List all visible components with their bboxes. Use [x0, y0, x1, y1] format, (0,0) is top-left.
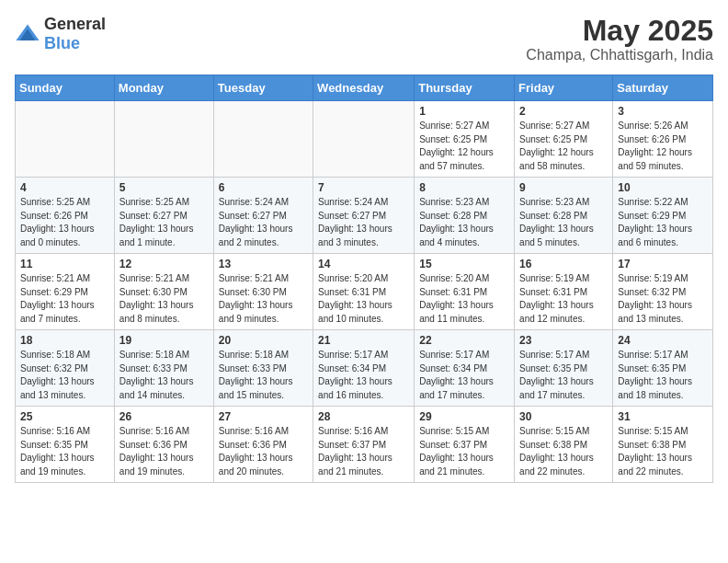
calendar-week-row: 1Sunrise: 5:27 AM Sunset: 6:25 PM Daylig…: [16, 101, 713, 178]
day-number: 5: [119, 181, 209, 194]
day-info: Sunrise: 5:18 AM Sunset: 6:33 PM Dayligh…: [219, 349, 308, 402]
day-number: 9: [519, 181, 608, 194]
calendar-cell: 5Sunrise: 5:25 AM Sunset: 6:27 PM Daylig…: [114, 178, 213, 254]
calendar-cell: 16Sunrise: 5:19 AM Sunset: 6:31 PM Dayli…: [515, 254, 613, 330]
calendar-cell: 1Sunrise: 5:27 AM Sunset: 6:25 PM Daylig…: [415, 101, 515, 178]
day-number: 22: [419, 334, 509, 347]
calendar-cell: 26Sunrise: 5:16 AM Sunset: 6:36 PM Dayli…: [114, 407, 213, 483]
month-title: May 2025: [526, 15, 713, 47]
calendar-cell: 17Sunrise: 5:19 AM Sunset: 6:32 PM Dayli…: [613, 254, 713, 330]
calendar-cell: [16, 101, 115, 178]
day-info: Sunrise: 5:25 AM Sunset: 6:26 PM Dayligh…: [20, 196, 109, 249]
day-info: Sunrise: 5:23 AM Sunset: 6:28 PM Dayligh…: [419, 196, 509, 249]
day-number: 30: [519, 410, 608, 423]
day-info: Sunrise: 5:20 AM Sunset: 6:31 PM Dayligh…: [318, 272, 409, 326]
day-info: Sunrise: 5:19 AM Sunset: 6:32 PM Dayligh…: [618, 272, 708, 326]
weekday-header-friday: Friday: [515, 75, 613, 101]
calendar-cell: 29Sunrise: 5:15 AM Sunset: 6:37 PM Dayli…: [415, 407, 515, 483]
calendar-cell: 12Sunrise: 5:21 AM Sunset: 6:30 PM Dayli…: [114, 254, 213, 330]
day-number: 21: [318, 334, 409, 347]
calendar-cell: 9Sunrise: 5:23 AM Sunset: 6:28 PM Daylig…: [515, 178, 613, 254]
calendar-cell: 25Sunrise: 5:16 AM Sunset: 6:35 PM Dayli…: [16, 407, 115, 483]
page-header: General Blue May 2025 Champa, Chhattisga…: [15, 15, 713, 63]
location-title: Champa, Chhattisgarh, India: [526, 47, 713, 63]
calendar-cell: [114, 101, 213, 178]
day-info: Sunrise: 5:16 AM Sunset: 6:36 PM Dayligh…: [219, 425, 308, 478]
day-number: 2: [519, 105, 608, 118]
day-number: 19: [119, 334, 209, 347]
day-info: Sunrise: 5:17 AM Sunset: 6:34 PM Dayligh…: [419, 349, 509, 402]
logo: General Blue: [15, 15, 106, 53]
calendar-cell: 30Sunrise: 5:15 AM Sunset: 6:38 PM Dayli…: [515, 407, 613, 483]
logo-general: General: [44, 15, 106, 33]
day-info: Sunrise: 5:24 AM Sunset: 6:27 PM Dayligh…: [219, 196, 308, 249]
weekday-header-tuesday: Tuesday: [213, 75, 313, 101]
calendar-cell: 6Sunrise: 5:24 AM Sunset: 6:27 PM Daylig…: [213, 178, 313, 254]
calendar-cell: [313, 101, 415, 178]
day-info: Sunrise: 5:15 AM Sunset: 6:38 PM Dayligh…: [519, 425, 608, 478]
day-number: 15: [419, 258, 509, 270]
calendar-cell: 13Sunrise: 5:21 AM Sunset: 6:30 PM Dayli…: [213, 254, 313, 330]
calendar-cell: 27Sunrise: 5:16 AM Sunset: 6:36 PM Dayli…: [213, 407, 313, 483]
day-number: 8: [419, 181, 509, 194]
day-info: Sunrise: 5:24 AM Sunset: 6:27 PM Dayligh…: [318, 196, 409, 249]
calendar-cell: 28Sunrise: 5:16 AM Sunset: 6:37 PM Dayli…: [313, 407, 415, 483]
day-number: 10: [618, 181, 708, 194]
day-info: Sunrise: 5:17 AM Sunset: 6:35 PM Dayligh…: [618, 349, 708, 402]
day-info: Sunrise: 5:25 AM Sunset: 6:27 PM Dayligh…: [119, 196, 209, 249]
calendar-cell: 31Sunrise: 5:15 AM Sunset: 6:38 PM Dayli…: [613, 407, 713, 483]
day-info: Sunrise: 5:15 AM Sunset: 6:37 PM Dayligh…: [419, 425, 509, 478]
calendar-week-row: 4Sunrise: 5:25 AM Sunset: 6:26 PM Daylig…: [16, 178, 713, 254]
weekday-header-thursday: Thursday: [415, 75, 515, 101]
calendar-cell: 4Sunrise: 5:25 AM Sunset: 6:26 PM Daylig…: [16, 178, 115, 254]
day-number: 28: [318, 410, 409, 423]
day-number: 26: [119, 410, 209, 423]
calendar-cell: 22Sunrise: 5:17 AM Sunset: 6:34 PM Dayli…: [415, 330, 515, 407]
calendar-cell: 2Sunrise: 5:27 AM Sunset: 6:25 PM Daylig…: [515, 101, 613, 178]
calendar-cell: [213, 101, 313, 178]
calendar-week-row: 18Sunrise: 5:18 AM Sunset: 6:32 PM Dayli…: [16, 330, 713, 407]
calendar-cell: 20Sunrise: 5:18 AM Sunset: 6:33 PM Dayli…: [213, 330, 313, 407]
day-info: Sunrise: 5:20 AM Sunset: 6:31 PM Dayligh…: [419, 272, 509, 326]
day-info: Sunrise: 5:27 AM Sunset: 6:25 PM Dayligh…: [519, 120, 608, 173]
day-info: Sunrise: 5:15 AM Sunset: 6:38 PM Dayligh…: [618, 425, 708, 478]
weekday-header-saturday: Saturday: [613, 75, 713, 101]
day-info: Sunrise: 5:18 AM Sunset: 6:32 PM Dayligh…: [20, 349, 109, 402]
day-number: 12: [119, 258, 209, 270]
day-number: 14: [318, 258, 409, 270]
day-number: 25: [20, 410, 109, 423]
calendar-cell: 18Sunrise: 5:18 AM Sunset: 6:32 PM Dayli…: [16, 330, 115, 407]
day-number: 4: [20, 181, 109, 194]
day-info: Sunrise: 5:23 AM Sunset: 6:28 PM Dayligh…: [519, 196, 608, 249]
calendar-cell: 14Sunrise: 5:20 AM Sunset: 6:31 PM Dayli…: [313, 254, 415, 330]
calendar-cell: 23Sunrise: 5:17 AM Sunset: 6:35 PM Dayli…: [515, 330, 613, 407]
day-number: 29: [419, 410, 509, 423]
day-number: 23: [519, 334, 608, 347]
calendar-cell: 15Sunrise: 5:20 AM Sunset: 6:31 PM Dayli…: [415, 254, 515, 330]
day-number: 3: [618, 105, 708, 118]
day-number: 1: [419, 105, 509, 118]
day-number: 7: [318, 181, 409, 194]
title-block: May 2025 Champa, Chhattisgarh, India: [526, 15, 713, 63]
day-info: Sunrise: 5:19 AM Sunset: 6:31 PM Dayligh…: [519, 272, 608, 326]
calendar-week-row: 25Sunrise: 5:16 AM Sunset: 6:35 PM Dayli…: [16, 407, 713, 483]
day-info: Sunrise: 5:17 AM Sunset: 6:34 PM Dayligh…: [318, 349, 409, 402]
calendar-cell: 3Sunrise: 5:26 AM Sunset: 6:26 PM Daylig…: [613, 101, 713, 178]
day-number: 27: [219, 410, 308, 423]
calendar-cell: 7Sunrise: 5:24 AM Sunset: 6:27 PM Daylig…: [313, 178, 415, 254]
day-number: 24: [618, 334, 708, 347]
day-info: Sunrise: 5:16 AM Sunset: 6:36 PM Dayligh…: [119, 425, 209, 478]
day-number: 6: [219, 181, 308, 194]
day-info: Sunrise: 5:22 AM Sunset: 6:29 PM Dayligh…: [618, 196, 708, 249]
calendar-week-row: 11Sunrise: 5:21 AM Sunset: 6:29 PM Dayli…: [16, 254, 713, 330]
day-info: Sunrise: 5:16 AM Sunset: 6:35 PM Dayligh…: [20, 425, 109, 478]
day-info: Sunrise: 5:18 AM Sunset: 6:33 PM Dayligh…: [119, 349, 209, 402]
day-info: Sunrise: 5:26 AM Sunset: 6:26 PM Dayligh…: [618, 120, 708, 173]
day-info: Sunrise: 5:21 AM Sunset: 6:30 PM Dayligh…: [219, 272, 308, 326]
weekday-header-monday: Monday: [114, 75, 213, 101]
weekday-header-sunday: Sunday: [16, 75, 115, 101]
day-info: Sunrise: 5:21 AM Sunset: 6:29 PM Dayligh…: [20, 272, 109, 326]
calendar-cell: 19Sunrise: 5:18 AM Sunset: 6:33 PM Dayli…: [114, 330, 213, 407]
day-number: 18: [20, 334, 109, 347]
calendar-table: SundayMondayTuesdayWednesdayThursdayFrid…: [15, 75, 713, 483]
